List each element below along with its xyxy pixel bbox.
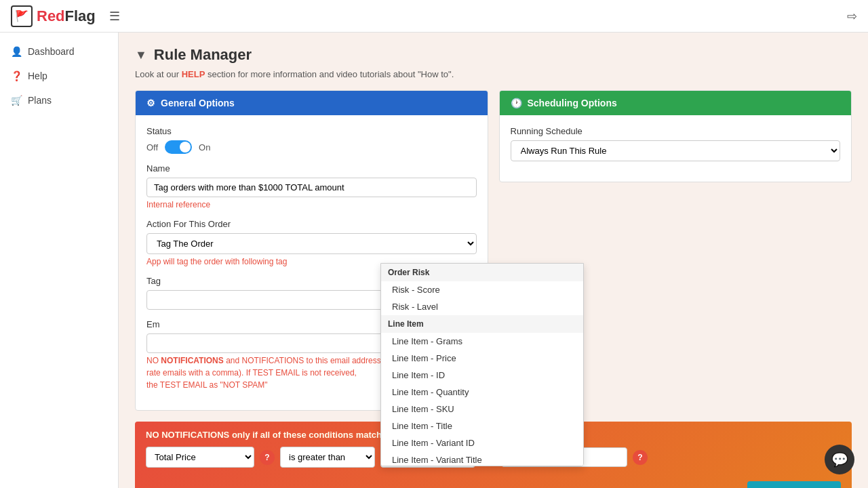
name-label: Name	[146, 163, 477, 174]
scheduling-options-header: 🕐 Scheduling Options	[500, 91, 852, 115]
sidebar-item-help[interactable]: ❓ Help	[0, 64, 118, 88]
help-link[interactable]: HELP	[182, 69, 205, 79]
status-off-label: Off	[146, 142, 158, 152]
scheduling-options-body: Running Schedule Always Run This Rule	[500, 115, 852, 182]
sidebar-item-dashboard[interactable]: 👤 Dashboard	[0, 39, 118, 64]
dropdown-item-lineitem-price[interactable]: Line Item - Price	[381, 350, 583, 367]
status-on-label: On	[199, 142, 210, 152]
logout-button[interactable]: ⇨	[847, 9, 857, 24]
status-toggle[interactable]	[165, 140, 192, 154]
dropdown-item-risk-lavel[interactable]: Risk - Lavel	[381, 298, 583, 315]
status-group: Status Off On	[146, 126, 477, 154]
running-schedule-select[interactable]: Always Run This Rule	[511, 140, 841, 161]
logo-red: RedFlag	[37, 7, 96, 25]
dropdown-item-lineitem-id[interactable]: Line Item - ID	[381, 367, 583, 384]
action-group: Action For This Order Tag The Order App …	[146, 219, 477, 266]
dropdown-item-lineitem-title[interactable]: Line Item - Title	[381, 418, 583, 434]
new-condition-button[interactable]: + New Condition	[747, 481, 841, 488]
dropdown-item-risk-score[interactable]: Risk - Score	[381, 281, 583, 298]
dropdown-item-lineitem-sku[interactable]: Line Item - SKU	[381, 401, 583, 418]
scheduling-options-card: 🕐 Scheduling Options Running Schedule Al…	[499, 90, 852, 182]
dropdown-group-order-risk: Order Risk	[381, 264, 583, 281]
sidebar-label-plans: Plans	[28, 95, 52, 106]
sidebar-label-dashboard: Dashboard	[28, 46, 75, 57]
dropdown-item-lineitem-grams[interactable]: Line Item - Grams	[381, 333, 583, 350]
hamburger-button[interactable]: ☰	[109, 9, 120, 24]
chat-bubble[interactable]: 💬	[825, 445, 854, 474]
main-content: ▼ Rule Manager Look at our HELP section …	[119, 33, 868, 488]
running-schedule-group: Running Schedule Always Run This Rule	[511, 126, 841, 161]
status-label: Status	[146, 126, 477, 136]
gear-icon: ⚙	[146, 98, 155, 108]
condition-operator-select[interactable]: is greater than	[280, 447, 375, 468]
sidebar-item-plans[interactable]: 🛒 Plans	[0, 88, 118, 113]
dropdown-item-lineitem-quantity[interactable]: Line Item - Quantity	[381, 384, 583, 401]
action-select[interactable]: Tag The Order	[146, 233, 477, 254]
email-input[interactable]	[146, 333, 406, 353]
general-options-header: ⚙ General Options	[136, 91, 488, 115]
condition-value-help[interactable]: ?	[633, 450, 648, 465]
action-label: Action For This Order	[146, 219, 477, 229]
toggle-row: Off On	[146, 140, 477, 154]
page-subtitle: Look at our HELP section for more inform…	[135, 69, 852, 79]
dropdown-item-lineitem-variant-id[interactable]: Line Item - Variant ID	[381, 434, 583, 451]
condition-field-select[interactable]: Total Price	[146, 447, 254, 468]
header-right: ⇨	[847, 9, 857, 24]
logo-icon: 🚩	[11, 5, 33, 27]
logo: 🚩 RedFlag	[11, 5, 96, 27]
sidebar: 👤 Dashboard ❓ Help 🛒 Plans	[0, 33, 119, 488]
internal-reference-link[interactable]: Internal reference	[146, 200, 477, 209]
name-group: Name Internal reference	[146, 163, 477, 209]
dropdown-group-line-item: Line Item	[381, 315, 583, 333]
header: 🚩 RedFlag ☰ ⇨	[0, 0, 868, 33]
dashboard-icon: 👤	[11, 46, 22, 57]
page-title: Rule Manager	[154, 46, 252, 64]
dropdown-item-lineitem-variant-title[interactable]: Line Item - Variant Title	[381, 451, 583, 466]
sidebar-label-help: Help	[28, 70, 47, 81]
clock-icon: 🕐	[511, 98, 522, 108]
running-schedule-label: Running Schedule	[511, 126, 841, 136]
layout: 👤 Dashboard ❓ Help 🛒 Plans ▼ Rule Manage…	[0, 33, 868, 488]
help-icon: ❓	[11, 70, 22, 81]
page-title-row: ▼ Rule Manager	[135, 46, 852, 64]
dropdown-overlay: Order Risk Risk - Score Risk - Lavel Lin…	[380, 263, 584, 466]
name-input[interactable]	[146, 178, 477, 197]
condition-field-help[interactable]: ?	[260, 450, 275, 465]
plans-icon: 🛒	[11, 95, 22, 106]
filter-icon: ▼	[135, 48, 147, 62]
